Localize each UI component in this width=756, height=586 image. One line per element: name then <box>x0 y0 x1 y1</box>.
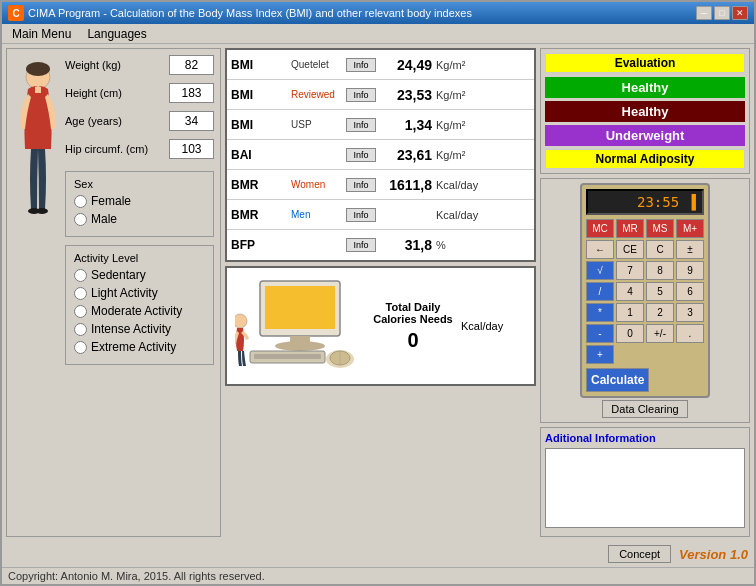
calc-dot[interactable]: . <box>676 324 704 343</box>
bmr-men-unit: Kcal/day <box>436 209 478 221</box>
bmi-reviewed-variant: Reviewed <box>291 89 346 100</box>
bmi-table: BMI Quetelet Info 24,49 Kg/m² BMI Review… <box>225 48 536 262</box>
menu-main[interactable]: Main Menu <box>6 26 77 41</box>
svg-rect-7 <box>265 286 335 329</box>
right-panel: Evaluation Healthy Healthy Underweight N… <box>540 48 750 537</box>
female-radio[interactable] <box>74 195 87 208</box>
weight-input[interactable] <box>169 55 214 75</box>
main-window: C CIMA Program - Calculation of the Body… <box>0 0 756 586</box>
sedentary-label: Sedentary <box>91 268 146 282</box>
footer: Copyright: Antonio M. Mira, 2015. All ri… <box>2 567 754 584</box>
hip-label: Hip circumf. (cm) <box>65 143 165 155</box>
moderate-row: Moderate Activity <box>74 304 205 318</box>
bmi-quetelet-unit: Kg/m² <box>436 59 465 71</box>
bmr-women-info-btn[interactable]: Info <box>346 178 376 192</box>
concept-button[interactable]: Concept <box>608 545 671 563</box>
eval-healthy1: Healthy <box>545 77 745 98</box>
calc-c[interactable]: C <box>646 240 674 259</box>
calc-4[interactable]: 4 <box>616 282 644 301</box>
calc-plusminus[interactable]: ± <box>676 240 704 259</box>
calc-7[interactable]: 7 <box>616 261 644 280</box>
calc-neg[interactable]: +/- <box>646 324 674 343</box>
age-row: Age (years) <box>65 111 214 131</box>
additional-info-section: Aditional Information <box>540 427 750 537</box>
activity-label: Activity Level <box>74 252 205 264</box>
bmi-usp-unit: Kg/m² <box>436 119 465 131</box>
calc-6[interactable]: 6 <box>676 282 704 301</box>
extreme-row: Extreme Activity <box>74 340 205 354</box>
activity-section: Activity Level Sedentary Light Activity … <box>65 245 214 365</box>
svg-rect-11 <box>254 354 321 359</box>
minimize-button[interactable]: ─ <box>696 6 712 20</box>
svg-point-15 <box>235 314 247 328</box>
computer-illustration <box>235 276 365 376</box>
data-clearing-button[interactable]: Data Clearing <box>602 400 687 418</box>
calc-mr[interactable]: MR <box>616 219 644 238</box>
bmi-quetelet-name: BMI <box>231 58 291 72</box>
light-radio[interactable] <box>74 287 87 300</box>
calc-ms[interactable]: MS <box>646 219 674 238</box>
bmr-women-unit: Kcal/day <box>436 179 478 191</box>
bmi-reviewed-value: 23,53 <box>376 87 436 103</box>
bfp-info-btn[interactable]: Info <box>346 238 376 252</box>
male-radio-row: Male <box>74 212 205 226</box>
title-controls: ─ □ ✕ <box>696 6 748 20</box>
height-row: Height (cm) <box>65 83 214 103</box>
calculator-section: 23:55 ▐ MC MR MS M+ ← CE C ± √ 7 8 9 <box>540 178 750 423</box>
bmi-reviewed-unit: Kg/m² <box>436 89 465 101</box>
male-label: Male <box>91 212 117 226</box>
bmr-men-variant: Men <box>291 209 346 220</box>
extreme-radio[interactable] <box>74 341 87 354</box>
calc-0[interactable]: 0 <box>616 324 644 343</box>
calc-1[interactable]: 1 <box>616 303 644 322</box>
calc-mul[interactable]: * <box>586 303 614 322</box>
eval-healthy2: Healthy <box>545 101 745 122</box>
calc-mc[interactable]: MC <box>586 219 614 238</box>
hip-input[interactable] <box>169 139 214 159</box>
calc-5[interactable]: 5 <box>646 282 674 301</box>
bmr-men-name: BMR <box>231 208 291 222</box>
extreme-label: Extreme Activity <box>91 340 176 354</box>
moderate-radio[interactable] <box>74 305 87 318</box>
calc-9[interactable]: 9 <box>676 261 704 280</box>
main-content: Weight (kg) Height (cm) Age (years) Hip … <box>2 44 754 541</box>
bmi-quetelet-info-btn[interactable]: Info <box>346 58 376 72</box>
bmi-usp-value: 1,34 <box>376 117 436 133</box>
maximize-button[interactable]: □ <box>714 6 730 20</box>
sex-label: Sex <box>74 178 205 190</box>
calc-back[interactable]: ← <box>586 240 614 259</box>
calc-2[interactable]: 2 <box>646 303 674 322</box>
bmr-women-name: BMR <box>231 178 291 192</box>
bmr-men-info-btn[interactable]: Info <box>346 208 376 222</box>
bfp-name: BFP <box>231 238 291 252</box>
weight-label: Weight (kg) <box>65 59 165 71</box>
calories-value: 0 <box>407 329 418 352</box>
age-input[interactable] <box>169 111 214 131</box>
bmi-usp-variant: USP <box>291 119 346 130</box>
bmi-usp-row: BMI USP Info 1,34 Kg/m² <box>227 110 534 140</box>
calc-div[interactable]: / <box>586 282 614 301</box>
calc-plus[interactable]: + <box>586 345 614 364</box>
calc-sqrt[interactable]: √ <box>586 261 614 280</box>
male-radio[interactable] <box>74 213 87 226</box>
bmi-usp-info-btn[interactable]: Info <box>346 118 376 132</box>
calc-ce[interactable]: CE <box>616 240 644 259</box>
close-button[interactable]: ✕ <box>732 6 748 20</box>
svg-point-3 <box>36 208 48 214</box>
intense-radio[interactable] <box>74 323 87 336</box>
calc-3[interactable]: 3 <box>676 303 704 322</box>
bfp-unit: % <box>436 239 446 251</box>
bai-unit: Kg/m² <box>436 149 465 161</box>
calc-8[interactable]: 8 <box>646 261 674 280</box>
bai-info-btn[interactable]: Info <box>346 148 376 162</box>
bmi-reviewed-info-btn[interactable]: Info <box>346 88 376 102</box>
sedentary-radio[interactable] <box>74 269 87 282</box>
calc-minus[interactable]: - <box>586 324 614 343</box>
calc-mplus[interactable]: M+ <box>676 219 704 238</box>
bmr-women-row: BMR Women Info 1611,8 Kcal/day <box>227 170 534 200</box>
bmr-women-variant: Women <box>291 179 346 190</box>
age-label: Age (years) <box>65 115 165 127</box>
calculate-button[interactable]: Calculate <box>586 368 649 392</box>
height-input[interactable] <box>169 83 214 103</box>
menu-languages[interactable]: Languages <box>81 26 152 41</box>
